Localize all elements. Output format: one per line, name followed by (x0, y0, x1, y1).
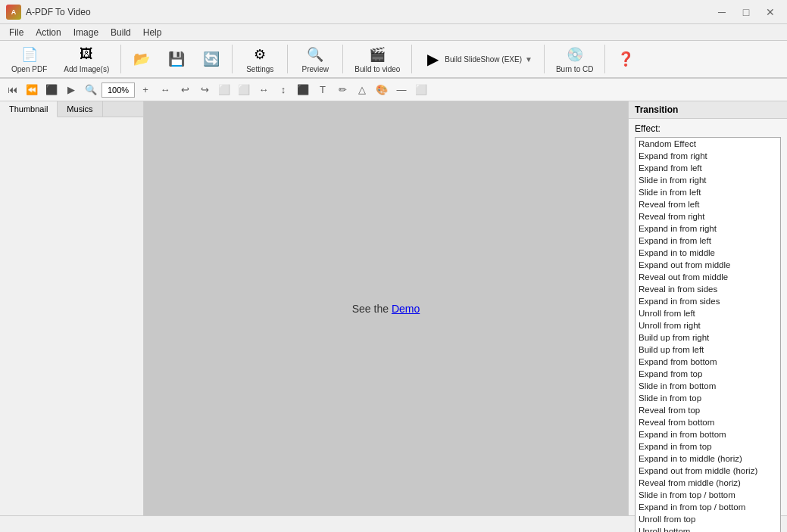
build-slideshow-label: Build SlideShow (EXE) (445, 55, 522, 64)
canvas-area: See the Demo (144, 101, 628, 515)
menu-help[interactable]: Help (137, 26, 168, 39)
effect-item[interactable]: Expand from left (636, 162, 780, 174)
line-button[interactable]: — (392, 81, 411, 99)
toolbar-separator-5 (411, 45, 412, 73)
effect-list[interactable]: Random EffectExpand from rightExpand fro… (635, 137, 781, 532)
preview-label: Preview (301, 65, 329, 73)
draw-button[interactable]: ✏ (333, 81, 351, 99)
rotate-right-button[interactable]: ↪ (195, 81, 214, 99)
rotate-left-button[interactable]: ↩ (176, 81, 194, 99)
fit-button[interactable]: ↔ (156, 81, 174, 99)
effect-item[interactable]: Reveal from right (636, 210, 780, 222)
menu-action[interactable]: Action (30, 26, 67, 39)
window-title: A-PDF To Video (26, 7, 91, 17)
effect-item[interactable]: Unroll from right (636, 319, 780, 331)
effect-item[interactable]: Expand from bottom (636, 356, 780, 368)
text-button[interactable]: T (314, 81, 332, 99)
toolbar-separator-1 (120, 45, 121, 73)
window-controls: ─ □ ✕ (711, 4, 781, 20)
tab-musics[interactable]: Musics (58, 101, 102, 117)
minimize-button[interactable]: ─ (711, 4, 732, 20)
more-button[interactable]: ⬜ (412, 81, 430, 99)
slideshow-icon: ▶ (423, 50, 442, 68)
effect-item[interactable]: Reveal out from middle (636, 271, 780, 283)
next-frame-button[interactable]: ▶ (62, 81, 80, 99)
help-button[interactable]: ❓ (610, 46, 642, 72)
effect-item[interactable]: Expand in from left (636, 235, 780, 247)
effect-item[interactable]: Slide in from left (636, 186, 780, 198)
effect-item[interactable]: Expand out from middle (horiz) (636, 465, 780, 477)
folder-icon: 📂 (133, 50, 151, 68)
menu-bar: File Action Image Build Help (0, 24, 787, 41)
main-toolbar: 📄 Open PDF 🖼 Add Image(s) 📂 💾 🔄 ⚙ Settin… (0, 41, 787, 79)
transition-header: Transition (629, 101, 787, 119)
effect-item[interactable]: Reveal from top (636, 404, 780, 416)
main-area: Thumbnail Musics See the Demo Transition… (0, 101, 787, 515)
preview-button[interactable]: 🔍 Preview (292, 42, 338, 77)
maximize-button[interactable]: □ (735, 4, 757, 20)
select-button[interactable]: ⬛ (294, 81, 312, 99)
effect-item[interactable]: Random Effect (636, 138, 780, 150)
tab-thumbnail[interactable]: Thumbnail (0, 101, 58, 117)
effect-item[interactable]: Expand in from top / bottom (636, 501, 780, 513)
flip-h-button[interactable]: ↔ (255, 81, 273, 99)
effect-item[interactable]: Unroll from left (636, 307, 780, 319)
crop-button[interactable]: ⬜ (215, 81, 233, 99)
demo-link[interactable]: Demo (392, 303, 420, 315)
settings-button[interactable]: ⚙ Settings (237, 42, 283, 77)
effect-item[interactable]: Slide in from top (636, 392, 780, 404)
open-folder-button[interactable]: 📂 (126, 46, 158, 72)
burn-cd-button[interactable]: 💿 Burn to CD (549, 42, 600, 77)
add-image-button[interactable]: 🖼 Add Image(s) (57, 42, 116, 77)
effect-item[interactable]: Unroll bottom (636, 525, 780, 532)
effect-item[interactable]: Expand in from right (636, 222, 780, 235)
toolbar-separator-3 (287, 45, 288, 73)
flip-v-button[interactable]: ↕ (274, 81, 292, 99)
effect-item[interactable]: Reveal in from sides (636, 283, 780, 295)
zoom-in-button[interactable]: + (136, 81, 155, 99)
effect-item[interactable]: Expand in to middle (horiz) (636, 453, 780, 465)
color-button[interactable]: 🎨 (373, 81, 391, 99)
menu-file[interactable]: File (3, 26, 30, 39)
shape-button[interactable]: △ (353, 81, 371, 99)
slideshow-dropdown-icon[interactable]: ▼ (525, 55, 532, 64)
effect-item[interactable]: Slide in from bottom (636, 380, 780, 392)
burn-cd-label: Burn to CD (556, 65, 593, 73)
effect-item[interactable]: Build up from right (636, 331, 780, 344)
effect-item[interactable]: Expand in to middle (636, 247, 780, 259)
effect-item[interactable]: Expand out from middle (636, 259, 780, 271)
toolbar-separator-2 (232, 45, 233, 73)
effect-label: Effect: (629, 119, 787, 137)
stop-button[interactable]: ⬛ (42, 81, 61, 99)
open-pdf-button[interactable]: 📄 Open PDF (5, 42, 54, 77)
build-video-button[interactable]: 🎬 Build to video (348, 42, 407, 77)
effect-item[interactable]: Expand from right (636, 150, 780, 162)
first-frame-button[interactable]: ⏮ (3, 81, 21, 99)
effect-item[interactable]: Build up from left (636, 344, 780, 356)
frame-button[interactable]: ⬜ (235, 81, 253, 99)
effect-item[interactable]: Reveal from bottom (636, 416, 780, 428)
menu-build[interactable]: Build (105, 26, 137, 39)
effect-item[interactable]: Expand in from top (636, 440, 780, 453)
close-button[interactable]: ✕ (760, 4, 781, 20)
effect-item[interactable]: Unroll from top (636, 513, 780, 525)
zoom-input[interactable] (101, 82, 135, 98)
refresh-button[interactable]: 🔄 (195, 46, 227, 72)
left-panel: Thumbnail Musics (0, 101, 144, 515)
prev-frame-button[interactable]: ⏪ (23, 81, 41, 99)
effect-item[interactable]: Reveal from middle (horiz) (636, 477, 780, 489)
effect-list-container: Random EffectExpand from rightExpand fro… (629, 137, 787, 532)
zoom-out-button[interactable]: 🔍 (82, 81, 100, 99)
effect-item[interactable]: Slide in from top / bottom (636, 489, 780, 501)
effect-item[interactable]: Expand in from bottom (636, 428, 780, 440)
demo-text: See the (352, 303, 392, 315)
effect-item[interactable]: Expand in from sides (636, 295, 780, 307)
effect-item[interactable]: Reveal from left (636, 198, 780, 210)
save-button[interactable]: 💾 (161, 46, 192, 72)
effect-item[interactable]: Slide in from right (636, 174, 780, 186)
app-icon: A (6, 5, 21, 20)
build-slideshow-button[interactable]: ▶ Build SlideShow (EXE) ▼ (417, 46, 539, 72)
effect-item[interactable]: Expand from top (636, 368, 780, 380)
build-video-label: Build to video (354, 65, 400, 73)
menu-image[interactable]: Image (67, 26, 105, 39)
